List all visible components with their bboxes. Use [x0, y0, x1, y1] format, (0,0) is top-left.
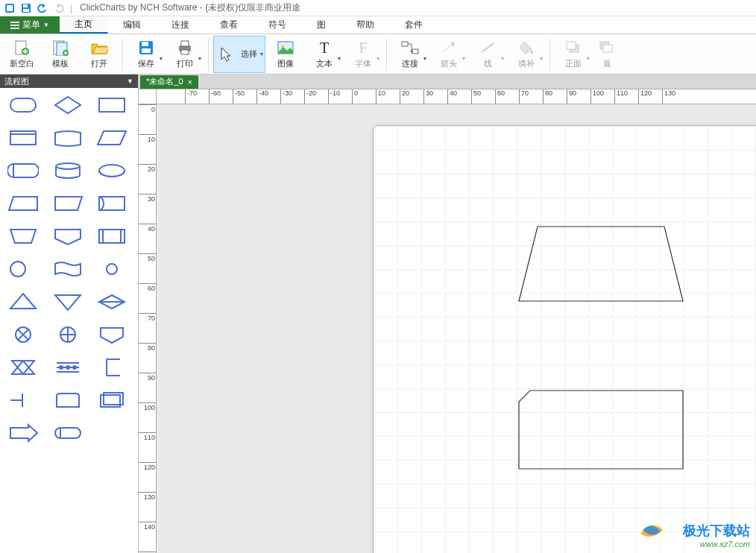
ruler-vertical: 0102030405060708090100110120130140150 [139, 104, 157, 553]
ruler-h-tick: 50 [471, 89, 481, 104]
front-button[interactable]: 正面 ▾ [555, 36, 592, 73]
palette-shape-12[interactable] [6, 225, 40, 247]
palette-shape-15[interactable] [6, 258, 40, 280]
menu-tab-0[interactable]: 主页 [60, 16, 108, 34]
palette-shape-11[interactable] [95, 192, 129, 215]
palette-shape-22[interactable] [51, 323, 85, 346]
print-dropdown-icon[interactable]: ▾ [198, 55, 201, 62]
svg-marker-62 [12, 361, 34, 374]
palette-shape-6[interactable] [6, 159, 40, 182]
palette-shape-30[interactable] [6, 422, 40, 444]
template-button[interactable]: 模板 [42, 36, 79, 73]
arrow-dropdown-icon[interactable]: ▾ [462, 55, 465, 62]
front-dropdown-icon[interactable]: ▾ [587, 55, 590, 62]
image-label: 图像 [277, 58, 294, 69]
save-icon [136, 39, 157, 57]
document-tab-close-icon[interactable]: × [188, 78, 192, 86]
watermark-logo-icon [637, 515, 667, 547]
qat-app-icon[interactable] [3, 1, 16, 15]
palette-shape-24[interactable] [6, 356, 40, 379]
palette-shape-16[interactable] [51, 258, 85, 280]
ruler-v-tick: 100 [139, 402, 157, 411]
palette-shape-31[interactable] [51, 422, 85, 444]
select-dropdown-icon[interactable]: ▾ [260, 51, 263, 57]
open-button[interactable]: 打开 [81, 36, 118, 73]
svg-marker-37 [98, 131, 126, 145]
palette-shape-20[interactable] [95, 291, 129, 313]
new-blank-button[interactable]: 新空白 [3, 36, 40, 73]
text-button[interactable]: T 文本 ▾ [306, 36, 343, 73]
line-dropdown-icon[interactable]: ▾ [501, 55, 504, 62]
qat-undo-icon[interactable] [36, 1, 49, 15]
svg-marker-73 [10, 425, 37, 441]
canvas[interactable] [157, 104, 756, 553]
menu-button[interactable]: 菜单 ▼ [0, 16, 60, 34]
menu-tab-2[interactable]: 连接 [157, 16, 205, 34]
document-tab[interactable]: *未命名_0 × [140, 75, 198, 89]
select-button[interactable]: 选择 ▾ [213, 36, 265, 73]
arrow-button[interactable]: 箭头 ▾ [430, 36, 467, 73]
ruler-h-tick: -10 [328, 89, 340, 104]
palette-shape-2[interactable] [95, 94, 129, 116]
palette-shape-3[interactable] [6, 127, 40, 149]
connection-button[interactable]: 连接 ▾ [391, 36, 429, 73]
palette-shape-19[interactable] [51, 291, 85, 313]
menu-tab-3[interactable]: 查看 [205, 16, 253, 34]
qat-save-icon[interactable] [19, 1, 33, 15]
palette-shape-28[interactable] [51, 389, 85, 411]
text-dropdown-icon[interactable]: ▾ [338, 55, 341, 62]
font-dropdown-icon[interactable]: ▾ [377, 55, 379, 62]
ruler-v-tick: 110 [139, 432, 157, 441]
palette-shape-4[interactable] [51, 127, 85, 149]
palette-shape-17[interactable] [95, 258, 129, 280]
trapezoid-shape[interactable] [515, 223, 687, 307]
back-button[interactable]: 返 [593, 36, 620, 73]
menu-tab-4[interactable]: 符号 [253, 16, 302, 34]
palette-shape-1[interactable] [51, 94, 85, 116]
save-button[interactable]: 保存 ▾ [127, 36, 165, 73]
palette-shape-21[interactable] [6, 323, 40, 346]
palette-shape-5[interactable] [95, 127, 129, 149]
ruler-v-tick: 140 [139, 522, 157, 531]
palette-shape-25[interactable] [51, 356, 85, 379]
side-panel-collapse-icon[interactable]: ▼ [127, 78, 133, 85]
ribbon-separator [208, 38, 209, 71]
menu-tab-7[interactable]: 套件 [390, 16, 438, 34]
palette-shape-29[interactable] [95, 389, 129, 411]
text-label: 文本 [316, 58, 333, 69]
title-bar: | ClickCharts by NCH Software - (未授权)仅限非… [0, 0, 756, 16]
palette-shape-0[interactable] [6, 94, 40, 116]
palette-shape-14[interactable] [95, 225, 129, 247]
print-button[interactable]: 打印 ▾ [166, 36, 204, 73]
palette-shape-8[interactable] [95, 159, 129, 182]
line-button[interactable]: 线 ▾ [469, 36, 506, 73]
ruler-h-tick: 0 [352, 89, 358, 104]
fill-button[interactable]: 填补 ▾ [508, 36, 545, 73]
palette-shape-10[interactable] [51, 192, 85, 215]
menu-tab-5[interactable]: 图 [302, 16, 341, 34]
menu-tab-1[interactable]: 编辑 [108, 16, 157, 34]
font-button[interactable]: F 字体 ▾ [344, 36, 382, 73]
svg-rect-34 [99, 98, 125, 112]
fill-dropdown-icon[interactable]: ▾ [540, 55, 543, 62]
palette-shape-23[interactable] [95, 323, 129, 346]
save-dropdown-icon[interactable]: ▾ [160, 55, 163, 62]
palette-shape-18[interactable] [6, 291, 40, 313]
arrow-icon [438, 39, 459, 57]
fill-label: 填补 [518, 58, 535, 69]
page[interactable] [373, 125, 756, 553]
palette-shape-7[interactable] [51, 159, 85, 182]
menu-tab-6[interactable]: 帮助 [341, 16, 390, 34]
card-shape[interactable] [515, 387, 687, 475]
svg-point-64 [60, 366, 63, 369]
palette-shape-13[interactable] [51, 225, 85, 247]
palette-shape-27[interactable] [6, 389, 40, 411]
qat-redo-icon[interactable] [52, 1, 66, 15]
ruler-v-tick: 20 [139, 164, 157, 173]
connection-dropdown-icon[interactable]: ▾ [423, 55, 426, 62]
image-button[interactable]: 图像 [267, 36, 304, 73]
palette-shape-9[interactable] [6, 192, 40, 215]
svg-marker-42 [55, 197, 82, 210]
side-panel-header[interactable]: 流程图 ▼ [0, 75, 138, 88]
palette-shape-26[interactable] [95, 356, 129, 379]
